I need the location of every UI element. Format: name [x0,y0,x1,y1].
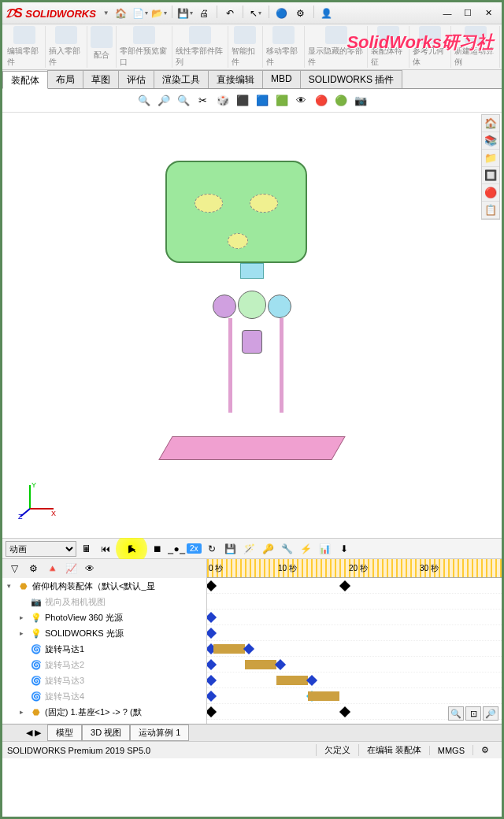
filter-component-icon[interactable]: ⚙ [24,560,42,577]
btab-model[interactable]: 模型 [47,724,82,741]
tree-item-base-part[interactable]: ▸⬣(固定) 1.基座<1> -> ? (默 [2,704,206,720]
status-custom-icon[interactable]: ⚙ [472,745,497,755]
filter-selected-icon[interactable]: 👁 [81,560,98,577]
rebuild-icon[interactable]: 🔵 [273,6,291,21]
calculate-icon[interactable]: 🖩 [78,540,95,558]
timeline[interactable]: 0 秒 10 秒 20 秒 30 秒 🔍 ⊡ 🔎 [207,559,502,724]
tab-direct-edit[interactable]: 直接编辑 [208,70,263,88]
timeline-row[interactable] [207,578,502,594]
tab-evaluate[interactable]: 评估 [118,70,154,88]
titlebar: 𝓓S SOLIDWORKS ▼ 🏠 📄▾ 📂▾ 💾▾ 🖨 ↶ ↖▾ 🔵 ⚙ 👤 … [2,2,502,24]
spring-icon[interactable]: ⚡ [298,540,315,558]
watermark: SolidWorks研习社 [346,31,494,54]
ribbon-edit-component[interactable]: 编辑零部件 [4,26,46,68]
zoom-in-icon[interactable]: 🔍 [448,706,464,721]
tab-layout[interactable]: 布局 [47,70,83,88]
tree-item-sw-light[interactable]: ▸💡SOLIDWORKS 光源 [2,625,206,641]
render-icon[interactable]: 🟢 [332,92,350,109]
tree-item-motor3[interactable]: 🌀旋转马达3 [2,673,206,688]
graphics-viewport[interactable]: 🏠 📚 📁 🔲 🔴 📋 YXZ [2,113,502,538]
ribbon-move[interactable]: 移动零部件 [263,26,305,68]
filter-driving-icon[interactable]: 🔺 [43,560,61,577]
timeline-ruler[interactable]: 0 秒 10 秒 20 秒 30 秒 [207,559,502,578]
view-triad[interactable]: YXZ [18,481,57,522]
tree-item-motor4[interactable]: 🌀旋转马达4 [2,688,206,704]
tree-item-motor1[interactable]: 🌀旋转马达1 [2,641,206,657]
tree-toolbar: ▽ ⚙ 🔺 📈 👁 [2,559,206,578]
tab-assembly[interactable]: 装配体 [2,71,48,89]
status-units[interactable]: MMGS [429,746,472,755]
ribbon-smart-fastener[interactable]: 智能扣件 [228,26,263,68]
user-icon[interactable]: 👤 [318,6,335,21]
zoom-area-icon[interactable]: 🔎 [155,92,172,109]
view-settings-icon[interactable]: 👁 [293,92,310,109]
loop-icon[interactable]: ↻ [203,540,220,558]
taskpane-property-icon[interactable]: 📋 [482,202,499,219]
taskpane-home-icon[interactable]: 🏠 [482,115,499,132]
filter-result-icon[interactable]: 📈 [62,560,80,577]
timeline-row[interactable] [207,673,502,688]
ribbon-pattern[interactable]: 线性零部件阵列 [172,26,228,68]
display-style-icon[interactable]: ⬛ [234,92,251,109]
options-icon[interactable]: ⚙ [292,6,309,21]
taskpane-appearance-icon[interactable]: 🔴 [482,184,499,202]
taskpane-library-icon[interactable]: 📚 [482,132,499,150]
contact-icon[interactable]: 📊 [317,540,334,558]
ribbon: SolidWorks研习社 编辑零部件 插入零部件 配合 零部件预览窗口 线性零… [2,24,502,70]
tree-item-view[interactable]: 📷视向及相机视图 [2,594,206,610]
tab-sketch[interactable]: 草图 [83,70,119,88]
btab-motion1[interactable]: 运动算例 1 [130,724,189,741]
taskpane-view-icon[interactable]: 🔲 [482,167,499,184]
timeline-row[interactable] [207,688,502,704]
tab-addins[interactable]: SOLIDWORKS 插件 [300,70,403,88]
tree-root[interactable]: ▾⬣俯仰机构装配体（默认<默认_显 [2,578,206,594]
timeline-row[interactable] [207,610,502,625]
scene-icon[interactable]: 🟩 [273,92,291,109]
timeline-row[interactable] [207,641,502,657]
undo-icon[interactable]: ↶ [221,6,239,21]
appearance-icon[interactable]: 🔴 [313,92,330,109]
section-icon[interactable]: ✂ [195,92,212,109]
wizard-icon[interactable]: 🪄 [241,540,258,558]
print-icon[interactable]: 🖨 [195,6,213,21]
home-icon[interactable]: 🏠 [113,6,130,21]
zoom-out-icon[interactable]: 🔎 [483,706,498,721]
ribbon-preview[interactable]: 零部件预览窗口 [117,26,172,68]
tab-render[interactable]: 渲染工具 [154,70,209,88]
timeline-row[interactable] [207,594,502,610]
minimize-button[interactable]: — [437,6,458,21]
close-button[interactable]: ✕ [478,6,498,21]
study-type-select[interactable]: 动画 [6,541,76,557]
filter-icon[interactable]: ▽ [6,560,23,577]
timeline-row[interactable] [207,657,502,673]
ribbon-insert-component[interactable]: 插入零部件 [46,26,87,68]
slider-icon[interactable]: ⎯●⎯ [168,540,185,558]
gravity-icon[interactable]: ⬇ [335,540,353,558]
timeline-row[interactable] [207,625,502,641]
taskpane-explorer-icon[interactable]: 📁 [482,150,499,167]
tree-item-motor2[interactable]: 🌀旋转马达2 [2,657,206,673]
tree-item-pv360[interactable]: ▸💡PhotoView 360 光源 [2,610,206,625]
ribbon-mate[interactable]: 配合 [87,26,117,68]
play-start-icon[interactable]: ⏮ [97,540,114,558]
select-icon[interactable]: ↖▾ [247,6,265,21]
open-icon[interactable]: 📂▾ [150,6,168,21]
stop-icon[interactable]: ⏹ [149,540,166,558]
key-icon[interactable]: 🔑 [260,540,277,558]
zoom-fit-icon[interactable]: 🔍 [135,92,153,109]
tab-mbd[interactable]: MBD [262,70,301,88]
speed-badge[interactable]: 2x [187,543,202,554]
save-icon[interactable]: 💾▾ [176,6,194,21]
maximize-button[interactable]: ☐ [458,6,478,21]
model-3d [165,161,339,460]
zoom-fit-icon[interactable]: ⊡ [465,706,481,721]
zoom-prev-icon[interactable]: 🔍 [175,92,192,109]
render-region-icon[interactable]: 📷 [352,92,369,109]
orient-icon[interactable]: 🎲 [214,92,232,109]
new-icon[interactable]: 📄▾ [132,6,149,21]
logo-dropdown[interactable]: ▼ [103,9,109,17]
btab-3dview[interactable]: 3D 视图 [82,724,130,741]
save-anim-icon[interactable]: 💾 [222,540,239,558]
hide-show-icon[interactable]: 🟦 [254,92,271,109]
motor-icon[interactable]: 🔧 [279,540,296,558]
